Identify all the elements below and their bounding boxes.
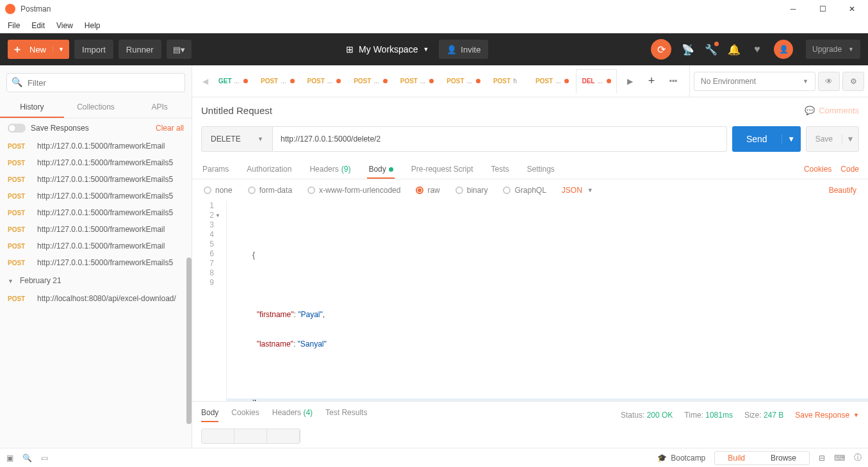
bootcamp-button[interactable]: 🎓Bootcamp (657, 454, 705, 463)
cookies-link[interactable]: Cookies (804, 165, 831, 174)
request-tab[interactable]: DEL... (576, 69, 617, 94)
scrollbar[interactable] (186, 258, 192, 424)
request-tab[interactable]: POST... (348, 69, 393, 94)
tab-headers[interactable]: Headers (9) (308, 160, 352, 179)
menu-file[interactable]: File (3, 18, 25, 33)
tabs-scroll-left[interactable]: ◀ (197, 77, 213, 86)
caret-down-icon: ▼ (423, 46, 429, 53)
tab-body[interactable]: Body (367, 160, 394, 179)
body-none[interactable]: none (204, 186, 233, 195)
build-browse-toggle[interactable]: Build Browse (714, 451, 810, 465)
history-item[interactable]: POSThttp://127.0.0.1:5000/frameworkEmail… (0, 171, 192, 188)
avatar[interactable]: 👤 (774, 40, 793, 59)
minimize-button[interactable]: ─ (778, 0, 808, 18)
request-tab[interactable]: POST... (395, 69, 440, 94)
runner-button[interactable]: Runner (119, 40, 161, 59)
request-tab[interactable]: POST... (530, 69, 575, 94)
sidebar-toggle-icon[interactable]: ▣ (6, 454, 13, 463)
help-icon[interactable]: ⓘ (854, 452, 862, 463)
wrench-icon[interactable]: 🔧 (705, 43, 717, 56)
caret-down-icon[interactable]: ▼ (782, 135, 801, 143)
save-response-button[interactable]: Save Response▼ (795, 411, 859, 420)
request-tab[interactable]: POST... (255, 69, 300, 94)
comments-button[interactable]: 💬 Comments (805, 106, 859, 115)
body-editor[interactable]: 12▼3456789 { "firstname": "Payal", "last… (192, 201, 868, 401)
tab-prerequest[interactable]: Pre-request Script (410, 160, 475, 179)
env-settings-button[interactable]: ⚙ (842, 72, 864, 91)
tab-collections[interactable]: Collections (64, 97, 128, 118)
history-item[interactable]: POSThttp://127.0.0.1:5000/frameworkEmail (0, 138, 192, 154)
close-button[interactable]: ✕ (837, 0, 867, 18)
invite-button[interactable]: 👤 Invite (439, 40, 488, 59)
history-date-group[interactable]: ▼February 21 (0, 271, 192, 290)
new-button[interactable]: ＋ New ▼ (8, 40, 69, 59)
save-responses-toggle[interactable] (8, 124, 26, 133)
request-title[interactable]: Untitled Request (201, 105, 272, 116)
history-item[interactable]: POSThttp://localhost:8080/api/excel-down… (0, 290, 192, 307)
user-plus-icon: 👤 (446, 45, 457, 54)
tabs-scroll-right[interactable]: ▶ (620, 72, 639, 91)
filter-input[interactable] (6, 73, 185, 92)
clear-all-link[interactable]: Clear all (156, 124, 184, 133)
method-select[interactable]: DELETE ▼ (201, 126, 273, 152)
code-link[interactable]: Code (840, 165, 859, 174)
tab-apis[interactable]: APIs (127, 97, 192, 118)
workspace-selector[interactable]: ⊞ My Workspace ▼ (341, 40, 434, 59)
body-binary[interactable]: binary (455, 186, 488, 195)
menu-help[interactable]: Help (79, 18, 106, 33)
resp-tab-body[interactable]: Body (201, 408, 218, 422)
tab-tests[interactable]: Tests (489, 160, 510, 179)
tab-history[interactable]: History (0, 97, 64, 118)
caret-down-icon[interactable]: ▼ (53, 46, 69, 53)
request-tab[interactable]: POST... (441, 69, 486, 94)
request-tab[interactable]: POSTh (487, 69, 528, 94)
body-xwww[interactable]: x-www-form-urlencoded (307, 186, 400, 195)
radio-icon (503, 186, 511, 194)
tab-params[interactable]: Params (201, 160, 230, 179)
satellite-icon[interactable]: 📡 (682, 43, 694, 56)
keyboard-shortcuts-icon[interactable]: ⌨ (834, 454, 845, 463)
body-graphql[interactable]: GraphQL (503, 186, 546, 195)
url-input[interactable]: http://127.0.0.1:5000/delete/2 (273, 126, 727, 152)
env-quick-look-button[interactable]: 👁 (818, 72, 840, 91)
import-button[interactable]: Import (74, 40, 113, 59)
resp-tab-cookies[interactable]: Cookies (231, 408, 259, 422)
find-icon[interactable]: 🔍 (22, 454, 32, 463)
history-item[interactable]: POSThttp://127.0.0.1:5000/frameworkEmail (0, 221, 192, 238)
menu-view[interactable]: View (51, 18, 78, 33)
save-button[interactable]: Save ▼ (806, 126, 859, 152)
send-button[interactable]: Send ▼ (732, 126, 801, 152)
search-icon: 🔍 (12, 77, 22, 87)
history-item[interactable]: POSThttp://127.0.0.1:5000/frameworkEmail… (0, 254, 192, 271)
history-item[interactable]: POSThttp://127.0.0.1:5000/frameworkEmail (0, 238, 192, 254)
maximize-button[interactable]: ☐ (808, 0, 837, 18)
resp-tab-tests[interactable]: Test Results (325, 408, 367, 422)
window-overflow-button[interactable]: ▤▾ (167, 40, 192, 59)
tabs-menu-button[interactable]: ••• (664, 72, 683, 91)
plus-icon: ＋ (8, 43, 27, 56)
request-tab[interactable]: POST... (302, 69, 347, 94)
environment-selector[interactable]: No Environment ▼ (694, 72, 815, 91)
upgrade-button[interactable]: Upgrade ▼ (806, 40, 860, 59)
request-tab[interactable]: GET... (213, 69, 254, 94)
body-format-select[interactable]: JSON▼ (562, 186, 593, 195)
caret-down-icon[interactable]: ▼ (842, 135, 858, 143)
new-tab-button[interactable]: + (642, 72, 661, 91)
history-item[interactable]: POSThttp://127.0.0.1:5000/frameworkEmail… (0, 204, 192, 221)
tab-authorization[interactable]: Authorization (245, 160, 293, 179)
resp-tab-headers[interactable]: Headers (4) (272, 408, 313, 422)
tab-settings[interactable]: Settings (526, 160, 556, 179)
bell-icon[interactable]: 🔔 (728, 43, 741, 56)
body-raw[interactable]: raw (416, 186, 439, 195)
beautify-link[interactable]: Beautify (829, 186, 856, 195)
history-item[interactable]: POSThttp://127.0.0.1:5000/frameworkEmail… (0, 154, 192, 171)
console-icon[interactable]: ▭ (41, 454, 48, 463)
dirty-dot-icon (476, 79, 480, 83)
history-item[interactable]: POSThttp://127.0.0.1:5000/frameworkEmail… (0, 188, 192, 204)
resp-view-toggle[interactable] (201, 429, 300, 444)
menu-edit[interactable]: Edit (26, 18, 50, 33)
heart-icon[interactable]: ♥ (751, 43, 764, 56)
body-formdata[interactable]: form-data (248, 186, 292, 195)
sync-button[interactable]: ⟳ (651, 39, 671, 60)
two-pane-icon[interactable]: ⊟ (819, 454, 825, 463)
